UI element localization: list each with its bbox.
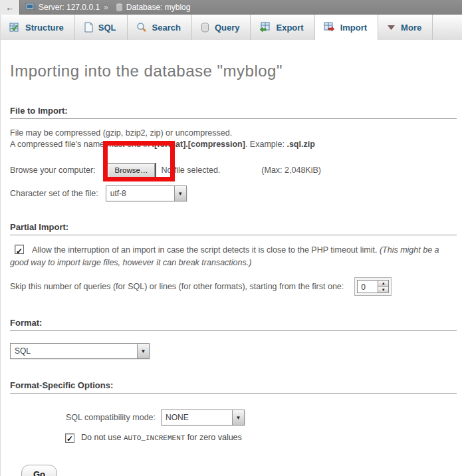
export-icon — [259, 22, 271, 33]
sql-compatibility-label: SQL compatibility mode: — [66, 413, 156, 422]
allow-interruption-text: Allow the interruption of an import in c… — [32, 245, 380, 255]
section-heading-partial-import: Partial Import: — [10, 222, 457, 235]
chevron-down-icon — [387, 25, 396, 31]
tab-label: Query — [215, 23, 240, 33]
main-content: Importing into the database "myblog" Fil… — [0, 40, 462, 476]
auto-increment-row: Do not use AUTO_INCREMENT for zero value… — [65, 433, 457, 443]
section-heading-format: Format: — [10, 318, 457, 331]
skip-queries-row: Skip this number of queries (for SQL) or… — [10, 277, 457, 297]
file-help-line2-mid: . Example: — [245, 140, 287, 149]
database-icon — [115, 3, 124, 12]
file-example: .sql.zip — [287, 140, 314, 149]
auto-increment-checkbox[interactable] — [65, 433, 74, 443]
tab-label: SQL — [98, 23, 116, 33]
tab-search[interactable]: Search — [128, 15, 192, 40]
section-heading-format-options: Format-Specific Options: — [10, 380, 457, 394]
auto-increment-suffix: for zero values — [185, 433, 241, 442]
tab-label: Import — [340, 23, 367, 33]
skip-queries-spinner[interactable]: 0 — [354, 277, 392, 296]
charset-select-value: utf-8 — [106, 186, 174, 201]
tab-label: More — [401, 23, 421, 33]
search-icon — [136, 22, 147, 33]
browse-row: Browse your computer: Browse… No file se… — [10, 162, 457, 179]
format-select-value: SQL — [11, 344, 137, 358]
sql-compatibility-value: NONE — [162, 410, 232, 425]
breadcrumb-separator: » — [104, 3, 108, 12]
tab-label: Export — [276, 23, 303, 33]
spinner-up-icon[interactable] — [378, 281, 388, 287]
structure-icon — [9, 22, 20, 33]
browse-button[interactable]: Browse… — [107, 163, 156, 178]
query-icon — [201, 23, 209, 33]
auto-increment-prefix: Do not use — [81, 433, 124, 442]
browse-label: Browse your computer: — [10, 166, 96, 175]
charset-select[interactable]: utf-8 — [106, 185, 187, 201]
spinner-down-icon[interactable] — [378, 287, 388, 293]
page-title: Importing into the database "myblog" — [10, 40, 457, 80]
server-icon — [25, 3, 36, 12]
spinner-buttons — [378, 280, 389, 293]
sql-compatibility-select[interactable]: NONE — [161, 410, 245, 425]
auto-increment-code: AUTO_INCREMENT — [124, 434, 185, 442]
back-button[interactable]: ← — [0, 0, 20, 15]
sql-icon — [84, 22, 93, 33]
format-row: SQL — [10, 342, 457, 360]
sql-compatibility-row: SQL compatibility mode: NONE — [66, 409, 457, 426]
max-size-text: (Max: 2,048KiB) — [261, 166, 321, 175]
tab-export[interactable]: Export — [251, 15, 314, 40]
file-format-pattern: .[format].[compression] — [152, 140, 245, 149]
file-help-line2-prefix: A compressed file's name must end in — [10, 140, 152, 149]
allow-interruption-checkbox[interactable] — [15, 245, 24, 254]
import-icon — [324, 22, 335, 33]
tab-bar: Structure SQL Search Query Export Import — [0, 15, 462, 40]
tab-more[interactable]: More — [378, 15, 433, 40]
select-arrow-icon[interactable] — [137, 344, 149, 358]
tab-structure[interactable]: Structure — [1, 15, 75, 40]
breadcrumb-bar: ← Server: 127.0.0.1 » Database: myblog — [0, 0, 462, 15]
tab-label: Search — [152, 23, 181, 33]
select-arrow-icon[interactable] — [232, 410, 244, 425]
tab-query[interactable]: Query — [192, 15, 251, 40]
skip-queries-input[interactable]: 0 — [357, 280, 378, 293]
tabbar-filler — [433, 15, 462, 40]
breadcrumb-server[interactable]: Server: 127.0.0.1 — [39, 3, 100, 12]
section-heading-file-to-import: File to Import: — [10, 106, 457, 119]
file-help-line1: File may be compressed (gzip, bzip2, zip… — [10, 128, 232, 138]
format-select[interactable]: SQL — [10, 343, 150, 359]
tab-sql[interactable]: SQL — [75, 15, 128, 40]
charset-label: Character set of the file: — [10, 189, 98, 198]
breadcrumb-database[interactable]: Database: myblog — [126, 3, 191, 12]
select-arrow-icon[interactable] — [174, 186, 186, 201]
go-button[interactable]: Go — [21, 465, 57, 476]
file-help-text: File may be compressed (gzip, bzip2, zip… — [10, 128, 457, 150]
allow-interruption-row: Allow the interruption of an import in c… — [10, 244, 457, 269]
charset-row: Character set of the file: utf-8 — [10, 185, 457, 202]
tab-label: Structure — [25, 23, 64, 33]
tab-import[interactable]: Import — [315, 15, 378, 40]
skip-queries-label: Skip this number of queries (for SQL) or… — [10, 282, 344, 291]
no-file-selected-text: No file selected. — [161, 166, 220, 175]
